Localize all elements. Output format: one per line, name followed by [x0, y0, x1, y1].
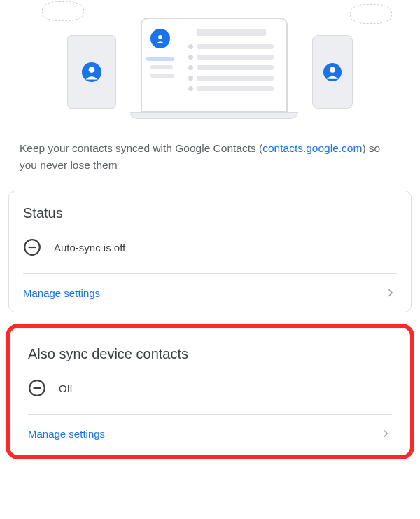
manage-settings-button[interactable]: Manage settings — [9, 274, 411, 312]
device-contacts-card: Also sync device contacts Off Manage set… — [14, 332, 406, 452]
highlighted-section: Also sync device contacts Off Manage set… — [6, 324, 414, 459]
status-row: Auto-sync is off — [9, 233, 411, 273]
contacts-web-link[interactable]: contacts.google.com — [262, 142, 362, 154]
status-card: Status Auto-sync is off Manage settings — [8, 191, 412, 312]
description-prefix: Keep your contacts synced with Google Co… — [20, 142, 262, 154]
manage-settings-label: Manage settings — [23, 287, 100, 299]
status-card-title: Status — [9, 191, 411, 233]
status-off-icon — [28, 379, 46, 397]
svg-point-4 — [330, 67, 335, 72]
device-status-row: Off — [14, 373, 406, 414]
sync-description: Keep your contacts synced with Google Co… — [0, 126, 420, 185]
status-text: Auto-sync is off — [54, 242, 125, 254]
contacts-avatar-icon — [150, 29, 170, 48]
laptop-device-graphic — [130, 18, 298, 119]
tablet-device-graphic — [67, 35, 116, 109]
phone-device-graphic — [312, 35, 353, 109]
manage-device-settings-button[interactable]: Manage settings — [14, 415, 406, 452]
svg-point-2 — [158, 35, 162, 39]
sync-illustration — [0, 0, 420, 126]
status-off-icon — [23, 238, 41, 256]
contacts-avatar-icon — [323, 63, 342, 81]
device-status-text: Off — [59, 382, 73, 394]
svg-point-1 — [89, 67, 95, 73]
chevron-right-icon — [379, 427, 392, 440]
chevron-right-icon — [384, 286, 397, 299]
contacts-avatar-icon — [82, 62, 102, 82]
device-contacts-title: Also sync device contacts — [14, 332, 406, 373]
manage-device-settings-label: Manage settings — [28, 428, 105, 440]
